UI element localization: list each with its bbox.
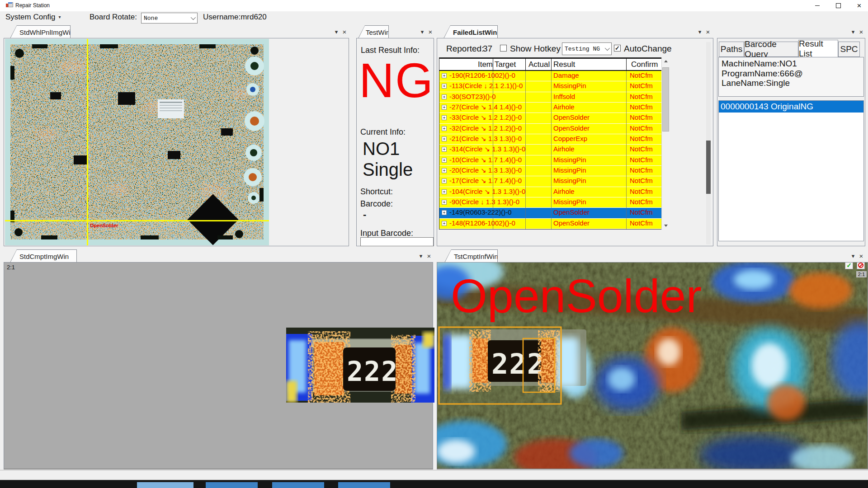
failed-item-row[interactable]: -27(Circle ↘ 1.4 1.4)()-0 Airhole NotCfm [439,103,661,113]
show-hotkey-checkbox[interactable] [500,45,507,52]
result-panel-tab[interactable]: Paths [719,42,744,57]
zoom-ratio-label: 2:1 [7,264,15,271]
dock-menu-icon[interactable]: ▾ [417,252,425,260]
result-listbox[interactable]: 0000000143 OriginalNG [718,100,864,241]
confirm-cell: NotCfm [630,188,653,195]
col-header-result[interactable]: Result [553,60,575,69]
failed-item-row[interactable]: -30(SOT23)()-0 Inffsold NotCfm [439,92,661,103]
result-cell: MissingPin [553,198,586,206]
col-header-confirm[interactable]: Confirm [631,60,658,69]
result-panel-tab[interactable]: Result List [798,40,838,57]
col-header-target[interactable]: Target [495,60,516,69]
window-title: Repair Station [15,2,50,9]
item-cell: -33(Circle ↘ 1.2 1.2)()-0 [449,113,522,122]
maximize-button[interactable] [828,0,849,11]
col-header-actual[interactable]: Actual [528,60,550,69]
show-hotkey-label[interactable]: Show Hotkey [510,44,561,54]
failed-item-row[interactable]: -32(Circle ↘ 1.2 1.2)()-0 OpenSolder Not… [439,124,661,134]
failed-item-row[interactable]: -148(R1206-1002)()-0 OpenSolder NotCfm [439,219,661,229]
expand-plus-icon[interactable] [442,147,447,152]
result-cell: Airhole [553,145,575,153]
confirm-cell: NotCfm [630,103,653,111]
dock-close-icon[interactable]: × [858,28,865,36]
result-panel-tab[interactable]: Barcode Query [744,42,798,57]
expand-plus-icon[interactable] [442,178,447,183]
failed-item-row[interactable]: -17(Circle ↘ 1.7 1.4)()-0 MissingPin Not… [439,176,661,187]
failed-item-row[interactable]: -104(Circle ↘ 1.3 1.3)()-0 Airhole NotCf… [439,187,661,197]
dock-menu-icon[interactable]: ▾ [333,28,340,36]
item-cell: -90(Circle ↓ 1.3 1.3)()-0 [449,198,519,206]
tab-tstcmptinfwin[interactable]: TstCmptInfWin [444,249,498,263]
minimize-button[interactable] [807,0,827,11]
dock-menu-icon[interactable]: ▾ [849,252,857,260]
panel-scrollbar-thumb[interactable] [706,141,711,194]
reported-label: Reported: [446,44,484,54]
taskbar-app-icon[interactable] [338,482,390,488]
item-cell: -17(Circle ↘ 1.7 1.4)()-0 [449,177,522,185]
tab-failedlistwin[interactable]: FailedListWin [443,25,498,38]
reject-button[interactable] [857,262,865,269]
board-rotate-select[interactable]: None [141,13,198,23]
result-cell: OpenSolder [553,113,590,121]
taskbar-app-icon[interactable] [272,482,324,488]
result-filter-select[interactable]: Testing NG [562,42,612,55]
expand-plus-icon[interactable] [442,84,447,89]
failed-item-row[interactable]: -21(Circle ↘ 1.3 1.3)()-0 CopperExp NotC… [439,134,661,145]
expand-plus-icon[interactable] [442,136,447,141]
failed-item-row[interactable]: -113(Circle ↓ 2.1 2.1)()-0 MissingPin No… [439,81,661,92]
grid-vertical-scrollbar[interactable] [661,57,670,230]
expand-plus-icon[interactable] [442,189,447,194]
failed-item-row[interactable]: -20(Circle ↘ 1.3 1.3)()-0 MissingPin Not… [439,166,661,176]
col-header-item[interactable]: Item [458,60,493,69]
expand-plus-icon[interactable] [442,158,447,163]
expand-plus-icon[interactable] [442,115,447,120]
expand-plus-icon[interactable] [442,210,447,215]
failed-item-row[interactable]: -10(Circle ↘ 1.7 1.4)()-0 MissingPin Not… [439,155,661,166]
result-cell: OpenSolder [553,219,590,227]
panel-testwin: Last Result Info: NG Current Info: NO1 S… [356,38,434,246]
scroll-up-icon[interactable] [662,57,670,65]
dock-close-icon[interactable]: × [425,252,433,260]
tab-stdwhlpnlimgwin[interactable]: StdWhlPnlImgWin [10,25,71,38]
scroll-down-icon[interactable] [662,222,670,230]
dock-menu-icon[interactable]: ▾ [849,28,857,36]
result-cell: Damage [553,71,579,79]
tab-stdcmptimgwin[interactable]: StdCmptImgWin [10,249,77,263]
expand-plus-icon[interactable] [442,168,447,173]
expand-plus-icon[interactable] [442,221,447,226]
chevron-down-icon: ▾ [59,14,61,19]
failed-item-row[interactable]: -314(Circle ↘ 1.3 1.3)()-0 Airhole NotCf… [439,145,661,155]
result-cell: MissingPin [553,166,586,174]
expand-plus-icon[interactable] [442,105,447,110]
component-reference-image[interactable]: 222 [286,328,434,403]
expand-plus-icon[interactable] [442,200,447,205]
panel-tstcmptinfwin: 222 OpenSolder ✓ 2:1 [437,262,868,469]
close-button[interactable]: × [849,0,868,11]
dock-close-icon[interactable]: × [427,28,434,36]
dock-menu-icon[interactable]: ▾ [419,28,426,36]
failed-item-row[interactable]: -33(Circle ↘ 1.2 1.2)()-0 OpenSolder Not… [439,113,661,123]
pcb-board-image[interactable] [5,39,269,245]
scrollbar-thumb[interactable] [662,67,669,131]
barcode-label: Barcode: [360,199,393,209]
autochange-label[interactable]: AutoChange [624,44,672,54]
failed-item-row[interactable]: -190(R1206-1002)()-0 Damage NotCfm [439,71,661,81]
failed-item-row[interactable]: -90(Circle ↓ 1.3 1.3)()-0 MissingPin Not… [439,197,661,208]
expand-plus-icon[interactable] [442,73,447,78]
system-config-menu[interactable]: System Config▾ [5,13,61,22]
taskbar-app-icon[interactable] [206,482,258,488]
result-panel-tab[interactable]: SPC [838,42,860,57]
dock-close-icon[interactable]: × [858,252,865,260]
dock-close-icon[interactable]: × [341,28,348,36]
dock-menu-icon[interactable]: ▾ [696,28,703,36]
failed-item-row[interactable]: -149(R0603-222)()-0 OpenSolder NotCfm [439,208,661,218]
dock-close-icon[interactable]: × [704,28,712,36]
confirm-ok-button[interactable]: ✓ [845,262,853,269]
expand-plus-icon[interactable] [442,94,447,99]
expand-plus-icon[interactable] [442,126,447,131]
input-barcode-field[interactable] [360,237,434,246]
result-list-item[interactable]: 0000000143 OriginalNG [719,101,863,113]
autochange-checkbox[interactable]: ✓ [614,45,621,52]
taskbar-app-icon[interactable] [137,482,193,488]
program-name-line: ProgramName:666@ [722,69,861,79]
